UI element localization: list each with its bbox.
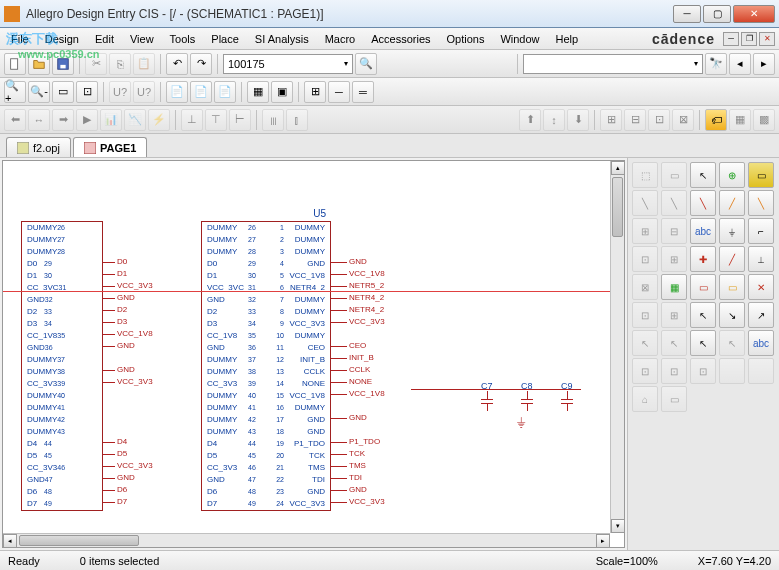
- pal-delete[interactable]: ✕: [748, 274, 774, 300]
- menu-help[interactable]: Help: [549, 31, 586, 47]
- capacitor-C8[interactable]: C8: [521, 381, 533, 411]
- align-top[interactable]: ⬆: [519, 109, 541, 131]
- align-center-button[interactable]: ↔: [28, 109, 50, 131]
- pal-arrow3[interactable]: ↗: [748, 302, 774, 328]
- find-button[interactable]: 🔭: [705, 53, 727, 75]
- ext-d[interactable]: ⊠: [672, 109, 694, 131]
- scrollbar-vertical[interactable]: ▴ ▾: [610, 161, 624, 533]
- scrollbar-horizontal[interactable]: ◂ ▸: [3, 533, 610, 547]
- mdi-restore[interactable]: ❐: [741, 32, 757, 46]
- pal-end[interactable]: ▭: [661, 386, 687, 412]
- pal-ground[interactable]: ⏚: [719, 218, 745, 244]
- menu-file[interactable]: File: [4, 31, 36, 47]
- tool-b[interactable]: ⊤: [205, 109, 227, 131]
- scroll-up-button[interactable]: ▴: [611, 161, 625, 175]
- menu-design[interactable]: Design: [38, 31, 86, 47]
- report-button[interactable]: 📄: [166, 81, 188, 103]
- pal-r4b[interactable]: ⊞: [661, 246, 687, 272]
- pal-r7d[interactable]: ↖: [719, 330, 745, 356]
- back-annotate-button[interactable]: U?: [133, 81, 155, 103]
- menu-view[interactable]: View: [123, 31, 161, 47]
- maximize-button[interactable]: ▢: [703, 5, 731, 23]
- ext-a[interactable]: ⊞: [600, 109, 622, 131]
- menu-tools[interactable]: Tools: [163, 31, 203, 47]
- grid-button[interactable]: ▦: [247, 81, 269, 103]
- scroll-thumb-v[interactable]: [612, 177, 623, 237]
- pal-junction[interactable]: ✚: [690, 246, 716, 272]
- pal-r5a[interactable]: ⊠: [632, 274, 658, 300]
- pal-r5c[interactable]: ▭: [690, 274, 716, 300]
- component-U5[interactable]: U5DUMMY26DUMMY27DUMMY28D029D130VCC_3VC31…: [201, 221, 331, 511]
- align-left-button[interactable]: ⬅: [4, 109, 26, 131]
- pal-step[interactable]: ⌐: [748, 218, 774, 244]
- part-search-combo[interactable]: 100175 ▾: [223, 54, 353, 74]
- menu-si-analysis[interactable]: SI Analysis: [248, 31, 316, 47]
- capacitor-C7[interactable]: C7: [481, 381, 493, 411]
- annotate-button[interactable]: U?: [109, 81, 131, 103]
- tool-c[interactable]: ⊢: [229, 109, 251, 131]
- pal-net[interactable]: ⊞: [632, 218, 658, 244]
- pal-r8d[interactable]: [719, 358, 745, 384]
- scroll-right-button[interactable]: ▸: [596, 534, 610, 548]
- capacitor-C9[interactable]: C9: [561, 381, 573, 411]
- tab-page1[interactable]: PAGE1: [73, 137, 147, 157]
- align-right-button[interactable]: ➡: [52, 109, 74, 131]
- menu-accessories[interactable]: Accessories: [364, 31, 437, 47]
- zoom-out-button[interactable]: 🔍-: [28, 81, 50, 103]
- pal-r6a[interactable]: ⊡: [632, 302, 658, 328]
- copy-button[interactable]: ⎘: [109, 53, 131, 75]
- pal-power[interactable]: ⟂: [748, 246, 774, 272]
- part-button[interactable]: ⊞: [304, 81, 326, 103]
- pal-port[interactable]: ⊟: [661, 218, 687, 244]
- secondary-combo[interactable]: ▾: [523, 54, 703, 74]
- ext-b[interactable]: ⊟: [624, 109, 646, 131]
- graph-button[interactable]: 📉: [124, 109, 146, 131]
- zoom-search-button[interactable]: 🔍: [355, 53, 377, 75]
- zoom-in-button[interactable]: 🔍+: [4, 81, 26, 103]
- pal-r8a[interactable]: ⊡: [632, 358, 658, 384]
- pal-line1[interactable]: ╲: [690, 190, 716, 216]
- menu-edit[interactable]: Edit: [88, 31, 121, 47]
- component-block[interactable]: DUMMY26DUMMY27DUMMY28D029D130CC_3VC31GND…: [21, 221, 103, 511]
- next-button[interactable]: ▸: [753, 53, 775, 75]
- pal-line2[interactable]: ╱: [719, 190, 745, 216]
- mdi-minimize[interactable]: ─: [723, 32, 739, 46]
- distribute-v[interactable]: ⫿: [286, 109, 308, 131]
- menu-place[interactable]: Place: [204, 31, 246, 47]
- pal-add-part[interactable]: ⊕: [719, 162, 745, 188]
- scroll-down-button[interactable]: ▾: [611, 519, 625, 533]
- pal-noconnect[interactable]: ╱: [719, 246, 745, 272]
- minimize-button[interactable]: ─: [673, 5, 701, 23]
- align-bot[interactable]: ⬇: [567, 109, 589, 131]
- scroll-left-button[interactable]: ◂: [3, 534, 17, 548]
- last-a[interactable]: ▦: [729, 109, 751, 131]
- menu-options[interactable]: Options: [440, 31, 492, 47]
- pal-r5d[interactable]: ▭: [719, 274, 745, 300]
- pal-r8b[interactable]: ⊡: [661, 358, 687, 384]
- distribute-h[interactable]: ⫼: [262, 109, 284, 131]
- pal-yellow[interactable]: ▭: [748, 162, 774, 188]
- cut-button[interactable]: ✂: [85, 53, 107, 75]
- pal-r5b[interactable]: ▦: [661, 274, 687, 300]
- pal-r7b[interactable]: ↖: [661, 330, 687, 356]
- pal-r8c[interactable]: ⊡: [690, 358, 716, 384]
- tool-a[interactable]: ⊥: [181, 109, 203, 131]
- align-mid[interactable]: ↕: [543, 109, 565, 131]
- pal-r7c[interactable]: ↖: [690, 330, 716, 356]
- save-button[interactable]: [52, 53, 74, 75]
- redo-button[interactable]: ↷: [190, 53, 212, 75]
- open-button[interactable]: [28, 53, 50, 75]
- chart-button[interactable]: 📊: [100, 109, 122, 131]
- new-button[interactable]: [4, 53, 26, 75]
- report2-button[interactable]: 📄: [190, 81, 212, 103]
- menu-macro[interactable]: Macro: [318, 31, 363, 47]
- pal-line3[interactable]: ╲: [748, 190, 774, 216]
- sheet-button[interactable]: ▣: [271, 81, 293, 103]
- pal-text[interactable]: abc: [690, 218, 716, 244]
- undo-button[interactable]: ↶: [166, 53, 188, 75]
- pal-arrow[interactable]: ↖: [690, 302, 716, 328]
- bus-button[interactable]: ═: [352, 81, 374, 103]
- prev-button[interactable]: ◂: [729, 53, 751, 75]
- mdi-close[interactable]: ✕: [759, 32, 775, 46]
- pal-pointer[interactable]: ↖: [690, 162, 716, 188]
